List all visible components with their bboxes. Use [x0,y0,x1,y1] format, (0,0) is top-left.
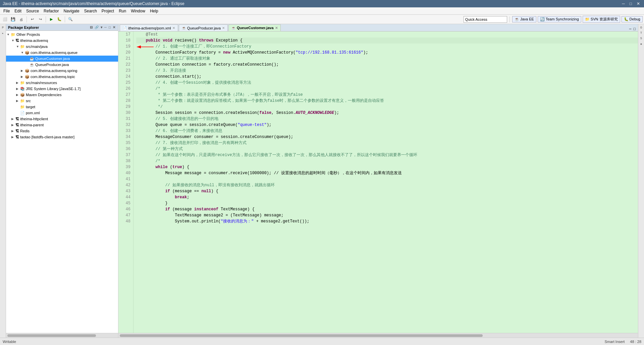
code-line-23: // 3. 开启连接 [136,68,638,74]
pe-link[interactable]: 🔗 [94,25,99,29]
toolbar-debug[interactable]: 🐛 [56,16,63,23]
code-line-42: // 如果接收的消息为null，即没有接收到消息，就跳出循环 [136,182,638,188]
tree-item-6[interactable]: ☕QueueProducer.java [6,62,118,68]
code-line-37: // 如果在这个时间内，只是调用receive方法，那么它只接收了一次，接收了一… [136,152,638,158]
toolbar-print[interactable]: 🖨 [17,16,25,23]
pe-collapse-all[interactable]: ⊟ [89,25,93,29]
code-line-48: System.out.println("接收的消息为：" + message2.… [136,218,638,224]
menu-window[interactable]: Window [129,8,147,14]
code-line-35: // 7. 接收消息并打印，接收消息一共有两种方式 [136,140,638,146]
perspective-team-sync[interactable]: 🔄 Team Synchronizing [538,16,581,22]
menu-file[interactable]: File [1,8,12,14]
tree-item-12[interactable]: ▶📁src [6,98,118,104]
pe-menu[interactable]: ▾ [100,25,103,29]
right-icon-2[interactable]: T [639,31,644,36]
window-controls: ─ □ ✕ [621,1,641,6]
tree-item-11[interactable]: ▶📦Maven Dependencies [6,92,118,98]
toolbar-undo[interactable]: ↩ [29,16,36,23]
tab-customer-close[interactable]: ✕ [275,26,278,30]
tab-pom-xml[interactable]: 📄 itheima-activemq/pom.xml ✕ [120,24,178,31]
tree-label: Maven Dependencies [26,93,61,97]
editor-scrollbar-h[interactable] [118,333,638,338]
tree-item-9[interactable]: ▶📁src/main/resources [6,80,118,86]
perspective-java-ee[interactable]: ☕ Java EE [512,16,536,22]
quick-access-input[interactable] [464,16,507,23]
code-line-32: Queue queue = session.createQueue("queue… [136,122,638,128]
right-icon-3[interactable]: S [639,36,644,41]
code-line-45: } [136,200,638,206]
tree-item-8[interactable]: ▶📦com.itheima.activemq.topic [6,74,118,80]
tab-customer-icon: ☕ [231,26,235,30]
main-layout: P ▸ Package Explorer ⊟ 🔗 ▾ ─ □ ✕ ▼📁Other… [0,24,644,338]
tree-item-17[interactable]: ▶🏗Redis [6,128,118,134]
line-number-31: 31 [120,116,130,122]
code-content: 1718192021222324252627282930313233343536… [118,31,638,333]
menu-project[interactable]: Project [100,8,116,14]
pe-scrollbar-h[interactable] [6,333,118,338]
tree-item-16[interactable]: ▶🏗itheima-parent [6,122,118,128]
tree-label: pom.xml [26,111,40,115]
toolbar-new[interactable]: ⬜ [1,16,9,23]
menu-edit[interactable]: Edit [12,8,23,14]
editor-minimize[interactable]: ─ [628,27,633,31]
toolbar-save[interactable]: 💾 [9,16,17,23]
tree-item-4[interactable]: ▼📦com.itheima.activemq.queue [6,50,118,56]
code-line-38: /* [136,158,638,164]
tree-arrow: ▶ [16,87,20,90]
menu-source[interactable]: Source [24,8,41,14]
right-icon-4[interactable]: ◈ [639,42,644,46]
toolbar-search[interactable]: 🔍 [67,16,74,23]
pe-close[interactable]: ✕ [112,25,116,29]
left-icon-2[interactable]: ▸ [1,31,5,36]
tab-producer-close[interactable]: ✕ [222,26,225,30]
perspective-svn[interactable]: 📁 SVN 资源库研究 [583,16,620,23]
minimize-button[interactable]: ─ [621,1,626,6]
tree-item-10[interactable]: ▶📚JRE System Library [JavaSE-1.7] [6,86,118,92]
code-editor[interactable]: 1718192021222324252627282930313233343536… [118,31,638,333]
menu-help[interactable]: Help [148,8,160,14]
menu-run[interactable]: Run [117,8,128,14]
line-number-25: 25 [120,80,130,86]
toolbar-run[interactable]: ▶ [48,16,55,23]
tree-item-1[interactable]: ▼📁Other Projects [6,31,118,38]
tree-item-13[interactable]: 📁target [6,104,118,110]
tab-queue-producer[interactable]: ☕ QueueProducer.java ✕ [179,24,228,31]
right-icon-1[interactable]: O [639,25,644,30]
tree-icon: 📦 [25,51,30,55]
tree-item-5[interactable]: ☕QueueCustomer.java [6,56,118,62]
line-number-33: 33 [120,128,130,134]
tree-item-7[interactable]: ▶📦com.itheima.activemq.spring [6,68,118,74]
code-line-18: public void recieve() throws Exception { [136,38,638,44]
tab-producer-label: QueueProducer.java [187,26,221,30]
maximize-button[interactable]: □ [628,1,633,6]
menu-search[interactable]: Search [82,8,99,14]
tree-item-3[interactable]: ▼📁src/main/java [6,44,118,50]
tab-queue-customer[interactable]: ☕ QueueCustomer.java ✕ [228,24,280,31]
line-number-40: 40 [120,170,130,176]
code-line-28: * 第二个参数：就是设置消息的应答模式，如果第一个参数为false时，那么第二个… [136,98,638,104]
toolbar-redo[interactable]: ↪ [37,16,44,23]
code-line-19: // 1. 创建一个连接工厂，即ConnectionFactory [136,44,638,50]
perspective-debug[interactable]: 🐛 Debug [622,16,643,22]
menu-refactor[interactable]: Refactor [42,8,61,14]
pe-minimize[interactable]: ─ [104,25,107,29]
tree-icon: 📁 [11,32,15,37]
code-line-24: connection.start(); [136,74,638,80]
tree-item-15[interactable]: ▶🏗itheima-httpclient [6,116,118,122]
left-icon-package-explorer[interactable]: P [1,25,5,30]
pe-maximize[interactable]: □ [108,25,111,29]
line-number-38: 38 [120,158,130,164]
tab-pom-close[interactable]: ✕ [172,26,175,30]
tree-item-18[interactable]: ▶🏗taotao [fastdfs-client-java master] [6,134,118,140]
toolbar-sep-3 [65,16,65,22]
tree-item-14[interactable]: 📄pom.xml [6,110,118,116]
tree-item-2[interactable]: ▼🏗itheima-activemq [6,38,118,44]
close-button[interactable]: ✕ [635,1,641,6]
tree-label: taotao [fastdfs-client-java master] [20,135,74,139]
code-line-17: @Test [136,31,638,38]
line-number-23: 23 [120,68,130,74]
editor-tab-controls: ─ □ [628,27,638,31]
code-lines[interactable]: @Test public void recieve() throws Excep… [133,31,638,333]
menu-navigate[interactable]: Navigate [61,8,81,14]
editor-maximize[interactable]: □ [632,27,637,31]
